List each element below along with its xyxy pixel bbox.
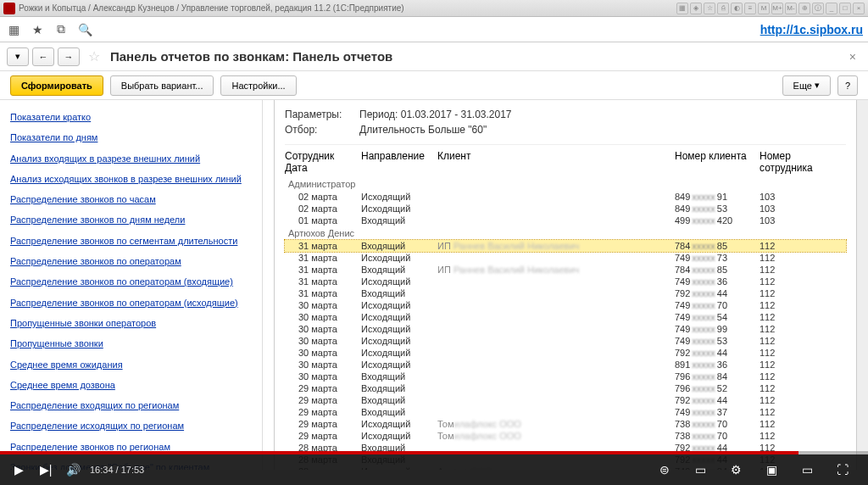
external-link[interactable]: http://1c.sipbox.ru [760, 23, 863, 36]
page-header: ▾ ← → ☆ Панель отчетов по звонкам: Панел… [0, 42, 868, 71]
report-link[interactable]: Среднее время ожидания [10, 354, 252, 375]
more-button[interactable]: Еще ▾ [782, 75, 831, 96]
next-button[interactable]: ▶| [36, 460, 56, 480]
window-controls: ▦ ◈ ☆ ⎙ ◐ ≡ M M+ M- ⊕ ⓘ _ □ × [676, 3, 865, 14]
data-row[interactable]: 30 мартаИсходящий749xxxxx53112 [285, 335, 846, 347]
search-icon[interactable]: 🔍 [76, 21, 93, 38]
fullscreen-button[interactable]: ⛶ [832, 460, 853, 480]
filter-label: Отбор: [285, 124, 353, 136]
close-button[interactable]: × [853, 3, 865, 14]
report-link[interactable]: Пропущенные звонки [10, 333, 252, 354]
report-link[interactable]: Показатели по дням [10, 127, 252, 148]
page-title: Панель отчетов по звонкам: Панель отчето… [110, 49, 392, 64]
titlebar-button[interactable]: ⊕ [798, 3, 810, 14]
data-row[interactable]: 30 мартаИсходящий749xxxxx99112 [285, 323, 846, 335]
titlebar-button[interactable]: ⎙ [717, 3, 729, 14]
titlebar-button[interactable]: M [758, 3, 770, 14]
report-link[interactable]: Распределение звонков по часам [10, 189, 252, 209]
data-row[interactable]: 30 мартаИсходящий749xxxxx70112 [285, 299, 846, 311]
col-empnum: Номер сотрудника [760, 150, 836, 174]
history-icon[interactable]: ⧉ [53, 21, 70, 38]
titlebar-button[interactable]: ☆ [704, 3, 715, 14]
miniplayer-button[interactable]: ▣ [761, 460, 782, 480]
data-row[interactable]: 30 мартаИсходящий749xxxxx54112 [285, 311, 846, 323]
close-page-button[interactable]: × [844, 50, 861, 64]
data-row[interactable]: 31 мартаВходящий792xxxxx44112 [285, 287, 846, 299]
theater-button[interactable]: ▭ [797, 460, 817, 480]
help-button[interactable]: ? [837, 75, 858, 96]
filter-value: Длительность Больше "60" [359, 124, 487, 136]
data-row[interactable]: 31 мартаВходящийИП Раннев Василий Никола… [285, 240, 846, 252]
report-link[interactable]: Распределение звонков по дням недели [10, 209, 252, 230]
settings-gear-icon[interactable]: ⚙ [726, 460, 746, 480]
vertical-scrollbar[interactable] [856, 100, 868, 470]
tree-gutter [263, 100, 275, 470]
data-row[interactable]: 29 мартаВходящий796xxxxx52112 [285, 382, 846, 394]
params-period: Период: 01.03.2017 - 31.03.2017 [359, 109, 512, 120]
data-row[interactable]: 01 мартаВходящий499xxxxx420103 [285, 215, 846, 226]
choose-variant-button[interactable]: Выбрать вариант... [110, 75, 214, 96]
volume-button[interactable]: 🔊 [63, 460, 83, 480]
titlebar-button[interactable]: ⓘ [812, 3, 824, 14]
data-row[interactable]: 02 мартаИсходящий849xxxxx53103 [285, 203, 846, 215]
data-row[interactable]: 31 мартаВходящийИП Раннев Василий Никола… [285, 264, 846, 276]
generate-button[interactable]: Сформировать [10, 75, 103, 96]
report-link[interactable]: Распределение звонков по операторам [10, 251, 252, 271]
window-title: Рожки и Копытца / Александр Кузнецов / У… [19, 3, 676, 13]
data-row[interactable]: 02 мартаИсходящий849xxxxx91103 [285, 191, 846, 203]
data-rows: Администратор02 мартаИсходящий849xxxxx91… [285, 177, 846, 470]
report-link[interactable]: Распределение звонков по операторам (исх… [10, 293, 252, 313]
video-time: 16:34 / 17:53 [90, 465, 144, 475]
minimize-button[interactable]: _ [826, 3, 837, 14]
titlebar-button[interactable]: M+ [771, 3, 783, 14]
video-controls: ▶ ▶| 🔊 16:34 / 17:53 ⊜ ▭ ⚙ ▣ ▭ ⛶ [0, 454, 868, 485]
report-link[interactable]: Среднее время дозвона [10, 375, 252, 395]
content-area: Показатели краткоПоказатели по днямАнали… [0, 100, 868, 470]
data-row[interactable]: 30 мартаИсходящий792xxxxx44112 [285, 347, 846, 359]
app-icon [3, 3, 15, 14]
report-link[interactable]: Анализ входящих в разрезе внешних линий [10, 148, 252, 169]
report-link[interactable]: Распределение звонков по сегментам длите… [10, 231, 252, 251]
favorites-icon[interactable]: ★ [29, 21, 46, 38]
apps-icon[interactable]: ▦ [5, 21, 22, 38]
data-row[interactable]: 29 мартаИсходящийТомилафлокс ООО738xxxxx… [285, 418, 846, 430]
window-titlebar: Рожки и Копытца / Александр Кузнецов / У… [0, 0, 868, 17]
data-row[interactable]: 31 мартаИсходящий749xxxxx36112 [285, 276, 846, 287]
data-row[interactable]: 29 мартаВходящий792xxxxx44112 [285, 394, 846, 406]
favorite-star-icon[interactable]: ☆ [88, 48, 105, 65]
settings-button[interactable]: Настройки... [220, 75, 296, 96]
titlebar-button[interactable]: ◈ [690, 3, 702, 14]
col-employee: СотрудникДата [285, 150, 361, 174]
data-row[interactable]: 29 мартаИсходящийТомилафлокс ООО738xxxxx… [285, 430, 846, 442]
col-direction: Направление [361, 150, 437, 174]
report-link[interactable]: Анализ исходящих звонков в разрезе внешн… [10, 169, 252, 189]
nav-back-button[interactable]: ← [32, 47, 54, 66]
autoplay-toggle[interactable]: ⊜ [654, 460, 675, 480]
action-bar: Сформировать Выбрать вариант... Настройк… [0, 71, 868, 100]
report-link[interactable]: Распределение звонков по операторам (вхо… [10, 271, 252, 292]
data-row[interactable]: 30 мартаВходящий796xxxxx84112 [285, 371, 846, 382]
report-link[interactable]: Показатели кратко [10, 107, 252, 127]
titlebar-button[interactable]: ▦ [676, 3, 688, 14]
play-button[interactable]: ▶ [8, 460, 29, 480]
data-row[interactable]: 29 мартаВходящий749xxxxx37112 [285, 406, 846, 418]
data-row[interactable]: 31 мартаИсходящий749xxxxx73112 [285, 252, 846, 264]
col-client: Клиент [437, 150, 675, 174]
group-header[interactable]: Артюхов Денис [285, 226, 846, 240]
report-link[interactable]: Распределение исходящих по регионам [10, 415, 252, 436]
titlebar-button[interactable]: M- [785, 3, 797, 14]
captions-button[interactable]: ▭ [690, 460, 710, 480]
report-link[interactable]: Распределение входящих по регионам [10, 395, 252, 415]
report-output: Параметры: Период: 01.03.2017 - 31.03.20… [275, 100, 856, 470]
nav-forward-button[interactable]: → [58, 47, 80, 66]
titlebar-button[interactable]: ≡ [744, 3, 756, 14]
maximize-button[interactable]: □ [839, 3, 851, 14]
params-label: Параметры: [285, 109, 353, 120]
titlebar-button[interactable]: ◐ [731, 3, 743, 14]
data-row[interactable]: 30 мартаИсходящий891xxxxx36112 [285, 359, 846, 371]
col-phone: Номер клиента [675, 150, 760, 174]
nav-dropdown-button[interactable]: ▾ [7, 47, 29, 66]
group-header[interactable]: Администратор [285, 177, 846, 191]
report-parameters: Параметры: Период: 01.03.2017 - 31.03.20… [285, 107, 846, 137]
report-link[interactable]: Пропущенные звонки операторов [10, 313, 252, 333]
